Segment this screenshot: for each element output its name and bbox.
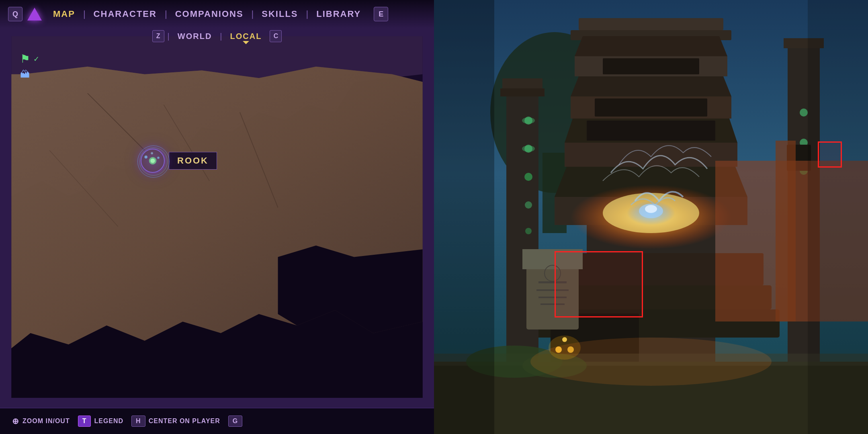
zoom-icon: ⊕ xyxy=(12,416,19,426)
player-label: ROOK xyxy=(169,152,217,170)
quest-marker-1: ⚑ ✓ xyxy=(20,52,39,66)
svg-point-42 xyxy=(522,145,535,152)
svg-rect-14 xyxy=(579,18,723,30)
t-key[interactable]: T xyxy=(78,416,91,427)
quest-icon: ⚑ xyxy=(20,52,30,66)
legend-label: LEGEND xyxy=(94,418,123,425)
map-panel: Q MAP | CHARACTER | COMPANIONS | SKILLS … xyxy=(0,0,434,434)
svg-rect-24 xyxy=(603,58,699,74)
e-key[interactable]: E xyxy=(374,7,388,21)
nav-character[interactable]: CHARACTER xyxy=(87,9,163,19)
svg-rect-37 xyxy=(502,78,542,88)
svg-rect-70 xyxy=(434,0,494,434)
center-label: CENTER ON PLAYER xyxy=(149,418,220,425)
player-marker: ROOK xyxy=(141,149,217,173)
svg-point-31 xyxy=(645,205,657,213)
svg-rect-68 xyxy=(776,141,796,321)
svg-rect-25 xyxy=(595,98,707,117)
red-selection-box-right xyxy=(818,141,842,168)
quest-markers: ⚑ ✓ 🏔 xyxy=(20,52,39,80)
nav-skills[interactable]: SKILLS xyxy=(255,9,304,19)
svg-point-45 xyxy=(525,228,532,234)
map-pin-icon: 🏔 xyxy=(20,69,30,80)
g-control[interactable]: G xyxy=(228,416,242,427)
map-terrain xyxy=(0,36,434,398)
h-key[interactable]: H xyxy=(131,416,145,427)
nav-map[interactable]: MAP xyxy=(47,9,82,19)
center-control[interactable]: H CENTER ON PLAYER xyxy=(131,416,220,427)
svg-point-48 xyxy=(800,108,808,117)
bottom-bar: ⊕ ZOOM IN/OUT T LEGEND H CENTER ON PLAYE… xyxy=(0,408,434,434)
legend-control[interactable]: T LEGEND xyxy=(78,416,123,427)
svg-point-69 xyxy=(530,338,772,386)
zoom-control[interactable]: ⊕ ZOOM IN/OUT xyxy=(12,416,70,426)
zoom-label: ZOOM IN/OUT xyxy=(23,418,70,425)
svg-point-40 xyxy=(522,117,535,124)
quest-marker-2: 🏔 xyxy=(20,69,39,80)
svg-rect-26 xyxy=(587,121,715,141)
game-view xyxy=(434,0,868,434)
sub-nav: Z | WORLD | LOCAL C xyxy=(0,26,434,46)
z-key[interactable]: Z xyxy=(152,30,164,42)
game-panel xyxy=(434,0,868,434)
g-key[interactable]: G xyxy=(228,416,242,427)
map-icon xyxy=(27,8,42,20)
svg-point-44 xyxy=(525,201,532,209)
nav-library[interactable]: LIBRARY xyxy=(310,9,367,19)
nav-companions[interactable]: COMPANIONS xyxy=(169,9,250,19)
c-key[interactable]: C xyxy=(270,30,282,42)
player-orbit-2 xyxy=(139,147,168,176)
svg-rect-71 xyxy=(808,0,868,434)
q-key[interactable]: Q xyxy=(8,7,23,21)
subnav-world[interactable]: WORLD xyxy=(173,32,217,41)
svg-point-43 xyxy=(524,173,532,181)
svg-marker-16 xyxy=(575,36,727,56)
svg-marker-18 xyxy=(571,76,731,96)
svg-rect-21 xyxy=(565,143,737,167)
scene-svg xyxy=(434,0,868,434)
player-circle xyxy=(141,149,165,173)
red-selection-box-bottom xyxy=(555,251,643,317)
svg-rect-38 xyxy=(500,88,545,96)
subnav-local[interactable]: LOCAL xyxy=(225,32,267,41)
top-nav: Q MAP | CHARACTER | COMPANIONS | SKILLS … xyxy=(0,0,434,28)
quest-check: ✓ xyxy=(33,55,39,63)
